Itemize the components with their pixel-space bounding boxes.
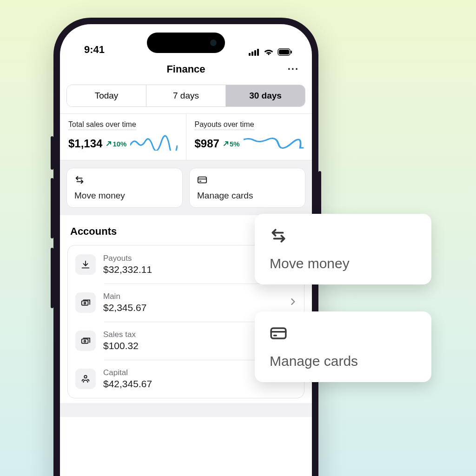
quick-actions: Move money Manage cards (60, 160, 312, 215)
metric-title: Total sales over time (68, 120, 136, 130)
time-range-segmented: Today 7 days 30 days (66, 85, 305, 107)
move-money-button[interactable]: Move money (66, 168, 183, 208)
account-amount: $42,345.67 (103, 378, 283, 390)
action-label: Move money (74, 191, 175, 201)
callout-label: Manage cards (270, 353, 416, 369)
sparkline-icon (244, 135, 304, 152)
metric-payouts[interactable]: Payouts over time $987 5% (186, 114, 312, 160)
svg-rect-3 (257, 49, 259, 56)
trend-up-icon (223, 140, 229, 148)
callout-label: Move money (270, 256, 416, 271)
money-stack-icon (75, 292, 96, 313)
metrics-row: Total sales over time $1,134 10% Payouts (60, 114, 312, 160)
wifi-icon (264, 48, 274, 56)
status-indicators (249, 48, 292, 56)
chevron-right-icon (290, 298, 297, 307)
metric-value: $987 (195, 137, 219, 150)
phone-notch (147, 33, 225, 53)
callout-move-money[interactable]: Move money (255, 214, 431, 284)
page-title: Finance (166, 63, 205, 75)
trend-up-icon (106, 140, 112, 148)
manage-cards-button[interactable]: Manage cards (189, 168, 305, 208)
credit-card-icon (270, 336, 287, 344)
account-amount: $2,345.67 (103, 302, 283, 313)
svg-point-9 (84, 302, 86, 304)
svg-rect-6 (291, 51, 292, 53)
segment-30days[interactable]: 30 days (226, 85, 305, 106)
sparkline-icon (130, 135, 177, 152)
svg-point-12 (84, 376, 87, 378)
download-icon (75, 254, 96, 275)
account-name: Main (103, 292, 283, 301)
svg-point-11 (84, 340, 86, 342)
status-time: 9:41 (84, 44, 105, 56)
more-button[interactable]: ··· (288, 63, 299, 75)
nav-header: Finance ··· (60, 57, 312, 82)
section-gap (60, 403, 312, 417)
svg-rect-0 (249, 53, 251, 56)
svg-rect-13 (271, 328, 286, 338)
metric-total-sales[interactable]: Total sales over time $1,134 10% (60, 114, 186, 160)
transfer-icon (270, 238, 287, 246)
capital-icon (75, 369, 96, 389)
svg-rect-5 (279, 50, 289, 54)
metric-title: Payouts over time (195, 120, 254, 130)
metric-delta: 5% (223, 140, 240, 148)
cellular-icon (249, 48, 260, 56)
metric-delta: 10% (106, 140, 126, 148)
callout-manage-cards[interactable]: Manage cards (255, 311, 431, 382)
svg-rect-2 (254, 50, 256, 56)
segment-today[interactable]: Today (67, 85, 146, 106)
credit-card-icon (197, 175, 298, 187)
action-label: Manage cards (197, 191, 298, 201)
svg-rect-1 (251, 52, 253, 56)
battery-icon (278, 48, 292, 56)
phone-side-button (51, 248, 53, 308)
metric-value: $1,134 (68, 137, 102, 150)
transfer-icon (74, 175, 175, 187)
svg-rect-10 (82, 339, 88, 343)
svg-rect-7 (198, 177, 206, 183)
money-stack-icon (75, 331, 96, 351)
svg-rect-8 (82, 301, 88, 305)
segment-7days[interactable]: 7 days (146, 85, 226, 106)
